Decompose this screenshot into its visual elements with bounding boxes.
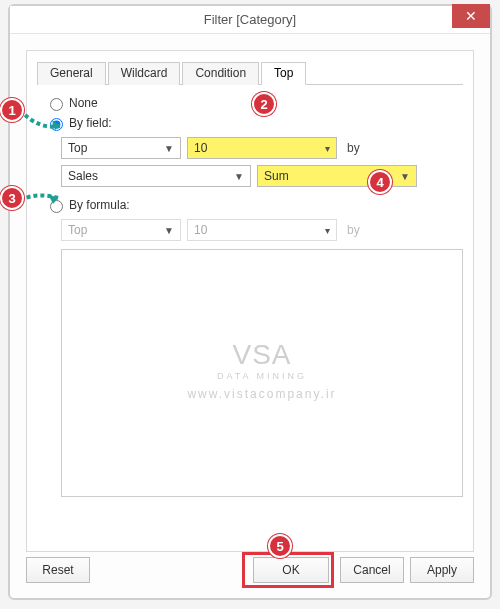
- byformula-row1: Top ▼ 10 ▾ by: [61, 219, 463, 241]
- chevron-down-icon: ▼: [234, 171, 244, 182]
- callout-2: 2: [252, 92, 276, 116]
- dialog-body: General Wildcard Condition Top None By f…: [26, 50, 474, 552]
- byfield-row2: Sales ▼ Sum ▼: [61, 165, 463, 187]
- callout-3: 3: [0, 186, 24, 210]
- label-by-formula: By formula:: [69, 198, 130, 212]
- titlebar: Filter [Category] ✕: [10, 6, 490, 34]
- dialog-window: Filter [Category] ✕ General Wildcard Con…: [8, 4, 492, 600]
- byfield-row1: Top ▼ 10 ▾ by: [61, 137, 463, 159]
- byformula-direction-value: Top: [68, 223, 87, 237]
- tab-wildcard[interactable]: Wildcard: [108, 62, 181, 85]
- option-by-formula[interactable]: By formula:: [45, 197, 463, 213]
- watermark-tag: DATA MINING: [187, 371, 336, 381]
- callout-4: 4: [368, 170, 392, 194]
- tab-general[interactable]: General: [37, 62, 106, 85]
- title-text: Filter [Category]: [204, 12, 296, 27]
- close-button[interactable]: ✕: [452, 4, 490, 28]
- byfield-count-combo[interactable]: 10 ▾: [187, 137, 337, 159]
- cancel-button[interactable]: Cancel: [340, 557, 404, 583]
- close-icon: ✕: [465, 8, 477, 24]
- byfield-direction-combo[interactable]: Top ▼: [61, 137, 181, 159]
- tab-bar: General Wildcard Condition Top: [37, 61, 463, 85]
- chevron-down-icon: ▾: [325, 143, 330, 154]
- watermark-url: www.vistacompany.ir: [187, 387, 336, 401]
- byformula-count-combo[interactable]: 10 ▾: [187, 219, 337, 241]
- watermark: VSA DATA MINING www.vistacompany.ir: [187, 339, 336, 401]
- watermark-logo: VSA: [187, 339, 336, 371]
- ok-button[interactable]: OK: [253, 557, 329, 583]
- reset-button[interactable]: Reset: [26, 557, 90, 583]
- byfield-direction-value: Top: [68, 141, 87, 155]
- apply-button[interactable]: Apply: [410, 557, 474, 583]
- byformula-direction-combo[interactable]: Top ▼: [61, 219, 181, 241]
- byfield-by-label: by: [347, 141, 360, 155]
- callout-1: 1: [0, 98, 24, 122]
- chevron-down-icon: ▾: [325, 225, 330, 236]
- byformula-count-value: 10: [194, 223, 207, 237]
- byfield-count-value: 10: [194, 141, 207, 155]
- radio-by-formula[interactable]: [50, 200, 63, 213]
- formula-textarea[interactable]: VSA DATA MINING www.vistacompany.ir: [61, 249, 463, 497]
- tab-condition[interactable]: Condition: [182, 62, 259, 85]
- ok-highlight: OK: [242, 552, 334, 588]
- label-by-field: By field:: [69, 116, 112, 130]
- radio-by-field[interactable]: [50, 118, 63, 131]
- chevron-down-icon: ▼: [400, 171, 410, 182]
- chevron-down-icon: ▼: [164, 225, 174, 236]
- chevron-down-icon: ▼: [164, 143, 174, 154]
- tab-top[interactable]: Top: [261, 62, 306, 85]
- byformula-by-label: by: [347, 223, 360, 237]
- radio-none[interactable]: [50, 98, 63, 111]
- button-bar: Reset OK Cancel Apply: [26, 552, 474, 588]
- byfield-agg-value: Sum: [264, 169, 289, 183]
- byfield-field-value: Sales: [68, 169, 98, 183]
- byfield-agg-combo[interactable]: Sum ▼: [257, 165, 417, 187]
- option-by-field[interactable]: By field:: [45, 115, 463, 131]
- callout-5: 5: [268, 534, 292, 558]
- byfield-field-combo[interactable]: Sales ▼: [61, 165, 251, 187]
- label-none: None: [69, 96, 98, 110]
